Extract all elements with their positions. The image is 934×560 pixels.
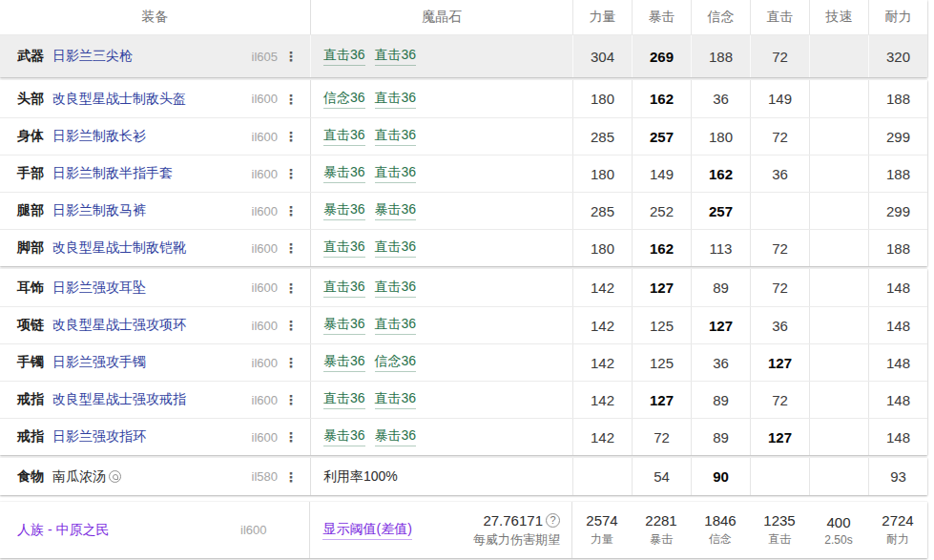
materia-link[interactable]: 直击36: [375, 164, 417, 183]
materia-link[interactable]: 信念36: [375, 353, 417, 372]
table-row-weapon: 武器 日影兰三尖枪 il605 ⋮ 直击36 直击36 304 269 188 …: [0, 34, 927, 77]
equipment-name-link[interactable]: 改良型星战士制敌铠靴: [52, 239, 186, 257]
show-threshold-link[interactable]: 显示阈值(差值): [322, 521, 411, 540]
table-row: 腿部日影兰制敌马裤il600⋮暴击36暴击36285252257299: [0, 192, 927, 229]
materia-link[interactable]: 直击36: [375, 239, 417, 258]
stat-cell: 252: [632, 193, 691, 229]
materia-cell: 暴击36暴击36: [310, 419, 572, 455]
item-level: il600: [252, 130, 278, 144]
slot-label: 戒指: [17, 428, 44, 446]
kebab-menu-icon[interactable]: ⋮: [278, 356, 304, 369]
materia-link[interactable]: 直击36: [375, 127, 417, 146]
kebab-menu-icon[interactable]: ⋮: [278, 470, 304, 484]
equipment-cell: 食物 南瓜浓汤 il580 ⋮: [0, 458, 310, 495]
race-link[interactable]: 人族 - 中原之民: [17, 522, 109, 539]
stat-cell: 299: [868, 193, 927, 229]
stat-cell: 125: [632, 344, 691, 381]
stat-cell: 127: [632, 382, 691, 418]
header-weapon-card: 装备 魔晶石 力量 暴击 信念 直击 技速 耐力 武器 日影兰三尖枪 il605…: [0, 0, 927, 77]
materia-link[interactable]: 暴击36: [323, 164, 365, 183]
materia-cell: 暴击36信念36: [310, 344, 572, 381]
kebab-menu-icon[interactable]: ⋮: [278, 204, 304, 218]
materia-link[interactable]: 直击36: [375, 390, 417, 409]
stat-cell: 180: [572, 230, 632, 266]
total-strength: 2574 力量: [572, 512, 632, 548]
stat-cell: 180: [691, 118, 750, 155]
materia-link[interactable]: 暴击36: [323, 201, 365, 220]
kebab-menu-icon[interactable]: ⋮: [278, 50, 304, 63]
kebab-menu-icon[interactable]: ⋮: [278, 393, 304, 406]
equipment-name-link[interactable]: 日影兰制敌长衫: [52, 128, 146, 145]
stat-cell: 188: [868, 230, 927, 266]
materia-link[interactable]: 信念36: [323, 90, 365, 109]
table-row: 脚部改良型星战士制敌铠靴il600⋮直击36直击3618016211372188: [0, 229, 927, 266]
materia-link[interactable]: 直击36: [323, 279, 365, 298]
kebab-menu-icon[interactable]: ⋮: [278, 93, 304, 106]
equipment-name-link[interactable]: 改良型星战士强攻项环: [52, 317, 186, 334]
table-row: 项链改良型星战士强攻项环il600⋮暴击36直击3614212512736148: [0, 306, 927, 343]
materia-link[interactable]: 直击36: [375, 316, 417, 335]
equipment-cell: 项链改良型星战士强攻项环il600⋮: [0, 307, 310, 343]
damage-per-potency-value: 27.76171 ?: [473, 512, 560, 529]
table-row: 身体日影兰制敌长衫il600⋮直击36直击3628525718072299: [0, 117, 927, 155]
slot-label: 脚部: [17, 239, 44, 257]
col-header-materia: 魔晶石: [310, 0, 572, 34]
slot-label: 武器: [17, 48, 44, 65]
kebab-menu-icon[interactable]: ⋮: [278, 281, 304, 295]
materia-link[interactable]: 直击36: [323, 127, 365, 146]
materia-link[interactable]: 暴击36: [323, 353, 365, 372]
table-row-food: 食物 南瓜浓汤 il580 ⋮ 利用率100% 54 90 93: [0, 458, 927, 495]
total-vitality: 2724 耐力: [868, 512, 927, 548]
equipment-name-link[interactable]: 日影兰强攻手镯: [52, 354, 146, 371]
equipment-name-link[interactable]: 日影兰强攻耳坠: [52, 280, 146, 297]
food-name-link[interactable]: 南瓜浓汤: [52, 468, 106, 486]
materia-link[interactable]: 暴击36: [375, 427, 417, 446]
stat-cell: 257: [691, 193, 750, 229]
materia-link[interactable]: 暴击36: [323, 316, 365, 335]
equipment-name-link[interactable]: 改良型星战士强攻戒指: [52, 391, 186, 408]
equipment-cell: 头部改良型星战士制敌头盔il600⋮: [0, 80, 310, 117]
kebab-menu-icon[interactable]: ⋮: [278, 241, 304, 255]
col-header-crit: 暴击: [632, 0, 691, 34]
equipment-name-link[interactable]: 日影兰制敌半指手套: [52, 165, 173, 182]
equipment-name-link[interactable]: 日影兰强攻指环: [52, 428, 146, 446]
stat-cell: 148: [868, 269, 927, 306]
materia-cell: 直击36直击36: [310, 118, 572, 155]
stat-cell: 142: [572, 307, 632, 343]
stat-cell: 320: [868, 35, 927, 77]
materia-link[interactable]: 暴击36: [323, 427, 365, 446]
stat-cell: 72: [750, 118, 809, 155]
materia-link[interactable]: 直击36: [323, 47, 365, 66]
materia-link[interactable]: 直击36: [375, 279, 417, 298]
kebab-menu-icon[interactable]: ⋮: [278, 430, 304, 444]
materia-link[interactable]: 直击36: [375, 90, 417, 109]
kebab-menu-icon[interactable]: ⋮: [278, 130, 304, 143]
slot-label: 身体: [17, 128, 44, 145]
stat-cell: 72: [632, 419, 691, 455]
total-direct-hit: 1235 直击: [750, 512, 809, 548]
armour-card: 头部改良型星战士制敌头盔il600⋮信念36直击3618016236149188…: [0, 80, 927, 266]
equipment-cell: 耳饰日影兰强攻耳坠il600⋮: [0, 269, 310, 306]
threshold-cell: 显示阈值(差值) 27.76171 ? 每威力伤害期望: [309, 502, 571, 558]
kebab-menu-icon[interactable]: ⋮: [278, 319, 304, 332]
equipment-name-link[interactable]: 日影兰制敌马裤: [52, 202, 146, 219]
equipment-name-link[interactable]: 改良型星战士制敌头盔: [52, 91, 186, 108]
materia-link[interactable]: 直击36: [323, 239, 365, 258]
kebab-menu-icon[interactable]: ⋮: [278, 167, 304, 180]
equipment-name-link[interactable]: 日影兰三尖枪: [52, 48, 133, 65]
slot-label: 耳饰: [17, 280, 44, 297]
materia-link[interactable]: 直击36: [323, 390, 365, 409]
stat-cell: 285: [572, 193, 632, 229]
item-level: il600: [252, 356, 278, 370]
materia-cell: 暴击36直击36: [310, 307, 572, 343]
stat-cell: 188: [868, 156, 927, 192]
stat-cell: 148: [868, 382, 927, 418]
item-level: il600: [252, 167, 278, 181]
materia-link[interactable]: 直击36: [375, 47, 417, 66]
materia-link[interactable]: 暴击36: [375, 201, 417, 220]
stat-cell: 149: [750, 80, 809, 117]
help-icon[interactable]: ?: [546, 513, 560, 528]
stat-cell: 142: [572, 382, 632, 418]
stat-cell: [809, 230, 868, 266]
stat-cell: 127: [691, 307, 750, 343]
